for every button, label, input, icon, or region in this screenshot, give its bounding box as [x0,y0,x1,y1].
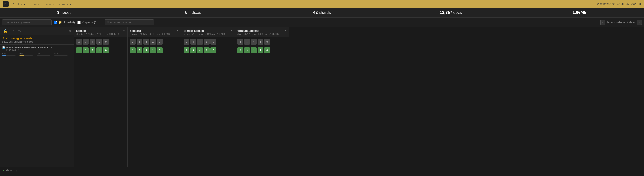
index-name[interactable]: tomcat1-access [237,29,280,32]
shard-button-unassigned[interactable]: 4 [90,39,96,44]
shard-button-assigned[interactable]: 4 [143,48,149,53]
index-col-tomcat-access: tomcat-access shards: 5 * 2 | docs: 8,26… [182,27,235,166]
index-col-tomcat1-access: tomcat1-access shards: 5 * 2 | docs: 1,6… [235,27,289,166]
index-name[interactable]: access [76,29,119,32]
shard-button-unassigned[interactable]: 1 [258,39,263,44]
connection-label: es @ http://172.16.138.135:80/es [596,2,636,6]
shard-button-assigned[interactable]: 4 [251,48,256,53]
nav-cluster[interactable]: ⬡ cluster [13,2,25,6]
shard-button-assigned[interactable]: 0 [103,48,109,53]
settings-icon[interactable]: ⚙ [639,2,641,6]
shard-button-unassigned[interactable]: 0 [103,39,109,44]
nav-nodes[interactable]: ☰ nodes [30,2,41,6]
shard-button-unassigned[interactable]: 2 [130,39,136,44]
unassigned-text: 21 unassigned shards [6,37,32,40]
closed-checkbox[interactable] [54,21,57,24]
index-col-access1: access1 shards: 5 * 2 | docs: 216 | size… [128,27,182,166]
shard-button-unassigned[interactable]: 0 [264,39,270,44]
index-dropdown-icon[interactable]: ▼ [284,29,286,32]
index-name[interactable]: tomcat-access [184,29,226,32]
assigned-shard-row: 23410 [128,46,181,55]
shard-button-unassigned[interactable]: 4 [251,39,256,44]
cluster-icon: ⬡ [13,2,16,6]
metric-disk: disk [20,52,37,56]
pagination: < 1-4 of 4 selected indices > [600,20,642,25]
star-icon: ✳ [82,21,84,24]
nav-rest[interactable]: ✏ rest [46,2,54,6]
shard-button-assigned[interactable]: 0 [264,48,270,53]
shard-button-unassigned[interactable]: 4 [197,39,203,44]
heap-label: heap [2,52,20,55]
filter-nodes-input[interactable] [104,20,154,25]
closed-checkbox-label[interactable]: 📁 closed (0) [54,21,75,24]
shard-button-unassigned[interactable]: 3 [136,39,142,44]
shard-button-unassigned[interactable]: 3 [190,39,196,44]
shard-button-unassigned[interactable]: 3 [244,39,250,44]
expand-icon[interactable]: ⤢ [11,29,15,34]
shard-button-unassigned[interactable]: 0 [157,39,162,44]
shard-button-assigned[interactable]: 1 [150,48,156,53]
shard-button-assigned[interactable]: 1 [96,48,102,53]
brand-logo[interactable]: K [3,1,8,7]
node-row: 💾 elasticsearch-2-elasticssearch-datano.… [0,44,74,58]
shard-button-unassigned[interactable]: 2 [76,39,82,44]
shard-button-assigned[interactable]: 2 [130,48,136,53]
index-dropdown-icon[interactable]: ▼ [123,29,125,32]
shard-button-unassigned[interactable]: 0 [210,39,216,44]
shard-button-unassigned[interactable]: 3 [83,39,89,44]
shard-button-assigned[interactable]: 3 [190,48,196,53]
prev-page-button[interactable]: < [600,20,605,25]
special-checkbox[interactable] [78,21,80,24]
special-checkbox-label[interactable]: ✳ special (1) [78,21,98,24]
shard-button-assigned[interactable]: 1 [204,48,210,53]
shard-button-assigned[interactable]: 2 [76,48,82,53]
shard-button-unassigned[interactable]: 4 [143,39,149,44]
index-name[interactable]: access1 [130,29,170,32]
index-meta: shards: 5 * 2 | docs: 216 | size: 98.87K… [130,33,170,36]
shard-button-assigned[interactable]: 3 [83,48,89,53]
node-expand-icon[interactable]: ▸ [51,46,52,49]
index-dropdown-icon[interactable]: ▼ [230,29,233,32]
shard-button-unassigned[interactable]: 2 [184,39,190,44]
dropdown-arrow-icon[interactable]: ▼ [68,30,72,33]
shard-button-assigned[interactable]: 0 [157,48,162,53]
page-text: 1-4 of 4 selected indices [606,21,636,24]
unassigned-section: ⚠ 21 unassigned shards show only unhealt… [0,36,74,44]
filter-row: 📁 closed (0) ✳ special (1) < 1-4 of 4 se… [0,18,644,27]
stat-docs: 12,357 docs [386,8,515,18]
nav-nodes-label: nodes [33,2,41,6]
shard-button-unassigned[interactable]: 2 [237,39,243,44]
index-col-access: access shards: 5 * 2 | docs: 2,210 | siz… [74,27,128,166]
index-header-tomcat1-access: tomcat1-access shards: 5 * 2 | docs: 1,6… [235,27,289,38]
shard-button-unassigned[interactable]: 1 [204,39,210,44]
sort-az-icon[interactable]: AZ ↕ [18,29,22,34]
shard-button-assigned[interactable]: 4 [90,48,96,53]
heap-bar-bg [2,55,16,56]
nav-more[interactable]: ✏ more ▾ [59,2,71,6]
load-bar-bg [54,55,68,56]
shard-button-assigned[interactable]: 3 [136,48,142,53]
heap-bar-fill [2,55,6,56]
stat-size: 1.66MB [516,8,644,18]
shard-button-assigned[interactable]: 4 [197,48,203,53]
shard-button-unassigned[interactable]: 1 [150,39,156,44]
filter-indices-input[interactable] [2,20,52,25]
shard-button-assigned[interactable]: 3 [244,48,250,53]
stat-nodes: 3 nodes [0,8,129,18]
cpu-bar-bg [37,55,50,56]
shard-button-assigned[interactable]: 2 [184,48,190,53]
nav-rest-label: rest [50,2,54,6]
node-metrics: heap disk cpu [2,52,72,56]
show-log-link[interactable]: show log [6,169,16,172]
nav-more-label: more ▾ [62,2,71,6]
next-page-button[interactable]: > [637,20,642,25]
show-unhealthy-link[interactable]: show only unhealthy indices [2,40,72,43]
shard-button-assigned[interactable]: 0 [210,48,216,53]
lock-icon[interactable]: 🔓 [2,29,8,34]
index-header-access: access shards: 5 * 2 | docs: 2,210 | siz… [74,27,128,38]
node-ip: 10.42.249.166 [6,49,72,52]
shard-button-unassigned[interactable]: 1 [96,39,102,44]
shard-button-assigned[interactable]: 1 [258,48,263,53]
index-dropdown-icon[interactable]: ▼ [176,29,179,32]
shard-button-assigned[interactable]: 2 [237,48,243,53]
